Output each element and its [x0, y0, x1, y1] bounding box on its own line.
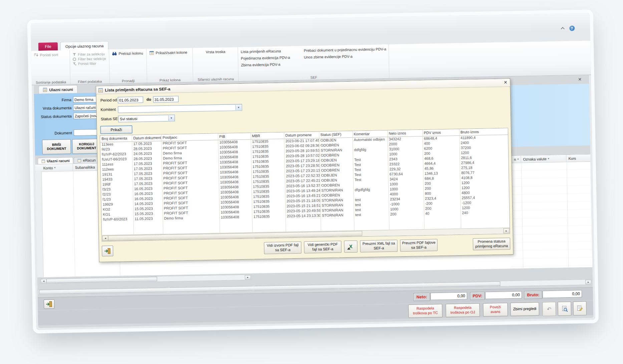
header-cell[interactable]: PIB: [218, 133, 251, 140]
pojedinacna-evidencija-button[interactable]: Pojedinacna evidencija PDV-a: [241, 55, 299, 60]
status-sef-combo[interactable]: Svi statusi ▾: [118, 115, 175, 122]
promena-statusa-button[interactable]: Promena statusa primljenog eRacuna: [473, 238, 511, 250]
scrollbar-thumb[interactable]: [46, 277, 157, 283]
document-tab-ulazni-racuni[interactable]: Ulazni racuni: [38, 85, 77, 94]
subanalitika-header-label: Subanalitika: [75, 165, 95, 169]
cell: fIzIVP-62/2023: [100, 151, 132, 157]
povezi-avans-button[interactable]: Poveži avans: [483, 303, 508, 316]
cell: 19fdf: [101, 181, 132, 187]
kurs-column-header[interactable]: Kurs: [566, 154, 590, 162]
header-cell[interactable]: Bruto iznos: [459, 128, 506, 135]
zbirna-evidencija-button[interactable]: Zbirna evidencija PDV-a: [241, 62, 299, 67]
oznaka-valute-header-label: Oznaka valute: [523, 157, 547, 161]
columns-icon: [149, 51, 154, 55]
prikazi-sakri-kolone-button[interactable]: Prikazi/sakri kolone: [149, 50, 190, 55]
group-label-filteri: Filteri podataka: [70, 79, 109, 84]
header-cell[interactable]: Komentar: [352, 130, 387, 137]
circle-filter-icon: [73, 57, 76, 61]
dropdown-icon[interactable]: ▾: [54, 166, 55, 169]
report-button[interactable]: [573, 301, 587, 316]
cell: fUsUT-66/2023: [100, 156, 132, 162]
print-preview-button[interactable]: [558, 302, 571, 316]
dropdown-icon[interactable]: ▾: [517, 158, 519, 161]
subtab-eracun[interactable]: eRacun: [74, 157, 99, 163]
pdv-field[interactable]: [485, 291, 522, 299]
chevron-down-icon[interactable]: ▾: [168, 115, 174, 121]
prebaci-dokument-button[interactable]: Prebaci dokument u pojedinacnu evidencij…: [304, 47, 386, 53]
preuzmi-pdf-button[interactable]: Preuzmi PDF fajlove sa SEF-a: [400, 239, 438, 252]
workspace: Ulazni racuni ✕ Firma Demo firma Vrsta d…: [34, 75, 593, 328]
cell: 11.05.2023: [133, 216, 163, 222]
pretrazi-kolonu-button[interactable]: Pretrazi kolonu: [112, 51, 144, 56]
scroll-right-icon[interactable]: ►: [245, 275, 251, 279]
cell: 40: [424, 211, 460, 216]
konto-header-label: Konto: [43, 166, 53, 170]
preuzmi-xml-button[interactable]: Preuzmi XML fajl sa SEF-a: [360, 240, 398, 252]
undo-button[interactable]: ↶: [542, 302, 556, 316]
neto-field[interactable]: [430, 292, 467, 300]
dialog-exit-button[interactable]: [102, 246, 113, 257]
scroll-right-icon[interactable]: ►: [585, 280, 591, 284]
form-icon: [78, 158, 81, 162]
ponisti-filter-button[interactable]: Ponisti filter: [73, 61, 107, 66]
header-cell[interactable]: MBR: [251, 132, 284, 139]
header-cell[interactable]: PDV iznos: [422, 129, 459, 136]
cell: 28.05.2023: [132, 146, 162, 151]
cell: test: [354, 212, 389, 218]
header-cell[interactable]: Neto iznos: [387, 130, 422, 137]
undo-icon: ↶: [547, 306, 552, 312]
filter-bez-selekcije-button[interactable]: Filter bez selekcje: [73, 56, 107, 61]
header-cell[interactable]: Datum dokumenta: [132, 134, 161, 141]
ponisti-sort-label: Ponisti sort: [40, 53, 58, 57]
lista-primljenih-eracuna-button[interactable]: Lista primljenih eRacuna: [241, 49, 299, 54]
scroll-left-icon[interactable]: ◄: [41, 279, 47, 283]
prikazi-button[interactable]: Prikaži: [100, 125, 132, 134]
raspodela-troskova-tc-button[interactable]: Raspodela troškova po TC: [408, 304, 442, 318]
chevron-down-icon[interactable]: ▾: [235, 105, 241, 110]
document-tab-label: Ulazni racuni: [49, 87, 73, 92]
header-cell[interactable]: Status (SEF): [319, 131, 352, 138]
zbirni-pregledi-button[interactable]: Zbirni pregledi: [510, 302, 539, 316]
tab-file[interactable]: File: [38, 42, 58, 51]
export-excel-button[interactable]: X: [344, 241, 358, 253]
header-cell[interactable]: Datum promene: [284, 132, 319, 139]
help-icon[interactable]: ?: [569, 25, 575, 31]
tab-opcije-ulaznog-racuna[interactable]: Opcije ulaznog racuna: [60, 41, 109, 51]
oznaka-valute-column-header[interactable]: Oznaka valute ▾: [521, 155, 566, 162]
filter-za-selekciju-button[interactable]: Filter za selekciju: [72, 52, 107, 56]
group-label-pronadji: Pronadji: [110, 78, 147, 83]
brisi-dokument-button[interactable]: BRIŠI DOKUMENT: [42, 139, 71, 154]
period-to-input[interactable]: [153, 96, 179, 102]
header-cell[interactable]: Broj dokumenta: [100, 135, 132, 142]
vrsta-troska-button[interactable]: Vrsta troska: [195, 49, 236, 54]
vidi-genericki-pdf-button[interactable]: Vidi generički PDF fajl sa SEF-a: [304, 241, 342, 253]
pdv-label: PDV:: [470, 292, 485, 300]
dialog-close-icon[interactable]: ✕: [504, 80, 507, 85]
period-from-input[interactable]: [118, 96, 143, 103]
cell: KO2: [101, 207, 133, 212]
status-sef-value: Svi statusi: [120, 117, 137, 121]
vidi-izvorni-pdf-button[interactable]: Vidi izvorni PDF fajl sa SEF-a: [264, 242, 302, 254]
exit-button[interactable]: [44, 299, 55, 309]
scroll-left-icon[interactable]: ◄: [102, 236, 108, 241]
scroll-right-icon[interactable]: ►: [503, 228, 509, 233]
dropdown-icon[interactable]: ▾: [548, 157, 549, 160]
komitent-combo[interactable]: ▾: [118, 104, 242, 113]
unos-zbirne-evidencije-button[interactable]: Unos zbirne evidencije PDV-a: [304, 54, 386, 59]
bruto-field[interactable]: [543, 290, 582, 298]
ribbon-group-sifarnici: Vrsta troska Sifarnici ulaznih racuna: [193, 47, 239, 82]
konto-column-header[interactable]: Konto ▾: [41, 164, 73, 171]
collapse-ribbon-icon[interactable]: [560, 25, 565, 31]
cell: 24.05.2023: [132, 151, 162, 156]
raspodela-troskova-oj-button[interactable]: Raspodela troškova po OJ: [445, 303, 480, 317]
document-close-icon[interactable]: ✕: [578, 77, 582, 82]
filter-za-selekciju-label: Filter za selekciju: [78, 52, 105, 56]
subtab-ulazni-racuni[interactable]: Ulazni racuni: [38, 157, 73, 164]
excel-icon: X: [349, 243, 352, 250]
status-sef-label: Status SEF: [101, 117, 120, 121]
lista-primljenih-label: Lista primljenih eRacuna: [241, 49, 281, 54]
ponisti-sort-button[interactable]: Ponisti sort: [34, 52, 67, 57]
cell: 14.05.2023: [133, 201, 163, 207]
cell: 17.05.2023: [132, 141, 161, 146]
dialog-body: Period od do Komitent ▾ Status SEF Svi s…: [96, 86, 513, 262]
